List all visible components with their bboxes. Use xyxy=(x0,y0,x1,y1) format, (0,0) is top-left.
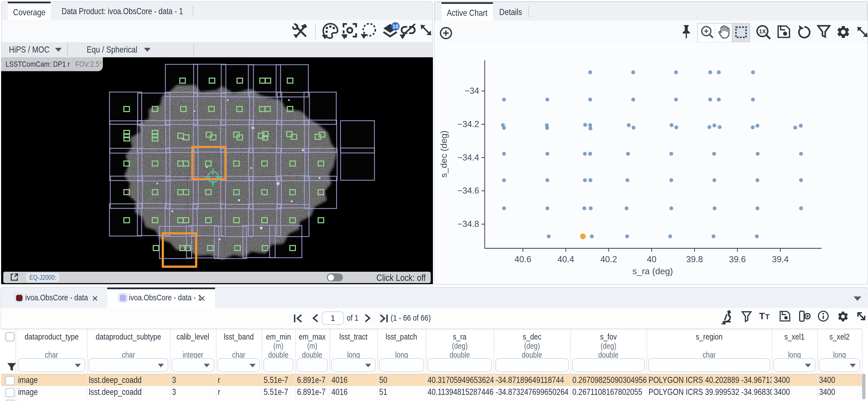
svg-text:s_ra (deg): s_ra (deg) xyxy=(632,266,673,276)
svg-text:T: T xyxy=(765,313,770,321)
svg-text:39.8: 39.8 xyxy=(686,254,703,264)
svg-text:40: 40 xyxy=(647,254,656,264)
svg-text:T: T xyxy=(759,311,765,321)
svg-text:−34.4: −34.4 xyxy=(457,153,479,163)
svg-text:40.2: 40.2 xyxy=(600,254,617,264)
svg-text:−34.6: −34.6 xyxy=(457,186,479,196)
svg-text:39.4: 39.4 xyxy=(772,254,788,264)
svg-text:−34.2: −34.2 xyxy=(457,119,479,129)
svg-text:40.6: 40.6 xyxy=(515,254,531,264)
svg-text:−34.8: −34.8 xyxy=(457,219,479,229)
svg-text:40.4: 40.4 xyxy=(557,254,574,264)
svg-text:s_dec (deg): s_dec (deg) xyxy=(439,131,449,178)
svg-text:39.6: 39.6 xyxy=(729,254,746,264)
svg-text:1X: 1X xyxy=(759,28,766,34)
svg-text:−34: −34 xyxy=(465,86,479,96)
